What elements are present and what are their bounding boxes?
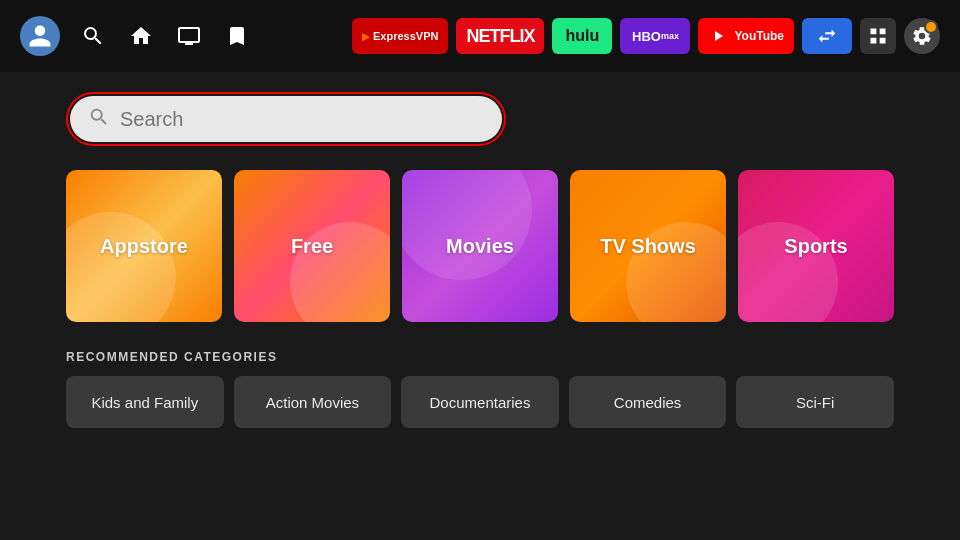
search-bar [70, 96, 502, 142]
category-tvshows[interactable]: TV Shows [570, 170, 726, 322]
bookmark-icon[interactable] [222, 21, 252, 51]
rec-kids-family[interactable]: Kids and Family [66, 376, 224, 428]
category-appstore[interactable]: Appstore [66, 170, 222, 322]
home-icon[interactable] [126, 21, 156, 51]
rec-scifi[interactable]: Sci-Fi [736, 376, 894, 428]
expressvpn-app[interactable]: ▶ ExpressVPN [352, 18, 448, 54]
grid-icon[interactable] [860, 18, 896, 54]
category-sports[interactable]: Sports [738, 170, 894, 322]
search-wrapper [66, 92, 506, 146]
search-icon [88, 106, 110, 132]
rec-documentaries[interactable]: Documentaries [401, 376, 559, 428]
hbomax-app[interactable]: HBOmax [620, 18, 690, 54]
recommended-pills: Kids and Family Action Movies Documentar… [66, 376, 894, 428]
recommended-label: RECOMMENDED CATEGORIES [66, 350, 894, 364]
category-movies[interactable]: Movies [402, 170, 558, 322]
category-free[interactable]: Free [234, 170, 390, 322]
tv-icon[interactable] [174, 21, 204, 51]
transfer-app[interactable] [802, 18, 852, 54]
nav-left [20, 16, 252, 56]
nav-right: ▶ ExpressVPN NETFLIX hulu HBOmax YouTube [352, 18, 940, 54]
category-cards: Appstore Free Movies TV Shows Sports [66, 170, 894, 322]
rec-comedies[interactable]: Comedies [569, 376, 727, 428]
netflix-app[interactable]: NETFLIX [456, 18, 544, 54]
avatar[interactable] [20, 16, 60, 56]
main-content: Appstore Free Movies TV Shows Sports REC… [0, 72, 960, 428]
rec-action-movies[interactable]: Action Movies [234, 376, 392, 428]
top-nav: ▶ ExpressVPN NETFLIX hulu HBOmax YouTube [0, 0, 960, 72]
settings-icon[interactable] [904, 18, 940, 54]
hulu-app[interactable]: hulu [552, 18, 612, 54]
search-input[interactable] [120, 108, 484, 131]
search-nav-icon[interactable] [78, 21, 108, 51]
youtube-app[interactable]: YouTube [698, 18, 794, 54]
